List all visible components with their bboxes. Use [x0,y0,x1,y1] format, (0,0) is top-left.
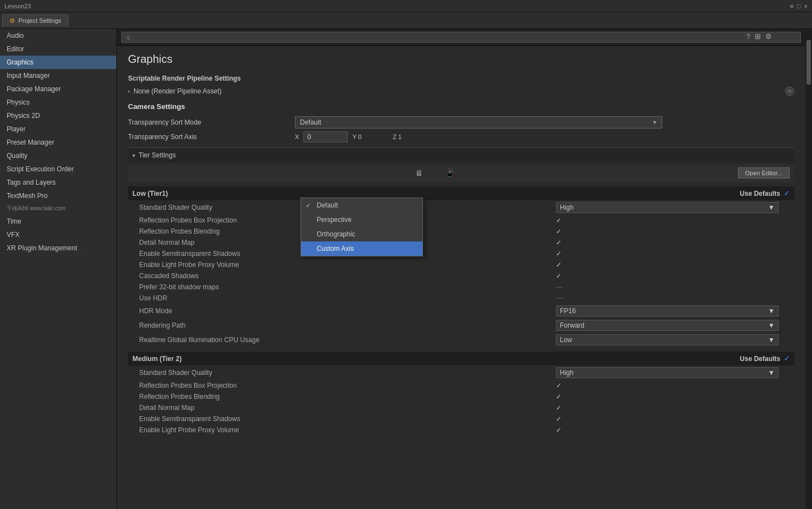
sidebar-item-physics2d[interactable]: Physics 2D [0,109,116,122]
medium-light-probe-check-icon: ✓ [556,426,562,434]
project-settings-tab[interactable]: ⚙ Project Settings [2,14,68,27]
tier-medium-detail-normal-label: Detail Normal Map [139,404,556,412]
main-layout: Audio Editor Graphics Input Manager Pack… [0,29,812,509]
dropdown-item-perspective[interactable]: Perspective [301,213,422,227]
transparency-sort-mode-dropdown[interactable]: Default ▼ [295,116,662,129]
shader-quality-arrow-icon: ▼ [768,204,775,211]
shader-quality-dropdown[interactable]: High ▼ [556,202,779,213]
layout-icon[interactable]: ⊞ [755,32,761,41]
transparency-sort-axis-row: Transparency Sort Axis X Y 0 Z 1 Default [128,131,794,143]
open-editor-button[interactable]: Open Editor... [738,167,790,179]
sidebar-item-tags-layers[interactable]: Tags and Layers [0,176,116,189]
tier-low-row-reflection-blending: Reflection Probes Blending ✓ [128,226,794,237]
dropdown-item-custom-axis-label: Custom Axis [317,245,354,253]
tier-medium-row-detail-normal: Detail Normal Map ✓ [128,402,794,413]
hdr-mode-selected: FP16 [560,307,576,315]
tier-low-row-light-probe: Enable Light Probe Proxy Volume ✓ [128,259,794,270]
tier-low-hdr-mode-label: HDR Mode [139,307,556,315]
rendering-path-dropdown[interactable]: Forward ▼ [556,320,779,331]
use-defaults-check-icon[interactable]: ✓ [784,189,790,197]
tier-low-row-detail-normal: Detail Normal Map ✓ [128,237,794,248]
medium-shader-quality-dropdown[interactable]: High ▼ [556,367,779,378]
rendering-path-selected: Forward [560,322,584,329]
tier-medium-detail-normal-value: ✓ [556,404,790,412]
tab-label: Project Settings [18,17,61,24]
minimize-icon[interactable]: ≡ [790,3,793,9]
sidebar-item-xr-plugin[interactable]: XR Plugin Management [0,241,116,255]
sidebar-item-graphics[interactable]: Graphics [0,56,116,69]
tier-low-hdr-mode-value: FP16 ▼ [556,305,790,317]
help-icon[interactable]: ? [746,32,750,41]
shader-quality-selected: High [560,204,574,211]
close-icon[interactable]: × [804,3,808,9]
dropdown-item-custom-axis[interactable]: Custom Axis [301,241,422,256]
tier-low-row-shader-quality: Standard Shader Quality High ▼ [128,200,794,215]
sidebar-item-textmesh-pro[interactable]: TextMesh Pro [0,189,116,202]
tab-bar: ⚙ Project Settings [0,12,812,29]
tier-low-row-use-hdr: Use HDR — [128,293,794,304]
tier-low-rendering-path-label: Rendering Path [139,322,556,329]
tier-medium-row-shader-quality: Standard Shader Quality High ▼ [128,365,794,380]
dropdown-item-default[interactable]: Default [301,198,422,213]
detail-normal-check-icon: ✓ [556,239,562,246]
tier-low-row-prefer32: Prefer 32-bit shadow maps — [128,281,794,293]
sidebar-item-quality[interactable]: Quality [0,149,116,162]
light-probe-check-icon: ✓ [556,261,562,269]
axis-inputs: X Y 0 Z 1 [295,131,794,142]
search-input[interactable] [121,32,801,43]
sidebar-item-vfx[interactable]: VFX [0,228,116,241]
medium-reflection-blending-check-icon: ✓ [556,393,562,401]
tier-low-cascaded-label: Cascaded Shadows [139,272,556,280]
sidebar-item-physics[interactable]: Physics [0,96,116,109]
tier-settings-label: Tier Settings [139,151,176,159]
dropdown-item-orthographic[interactable]: Orthographic [301,227,422,241]
settings-icon[interactable]: ⚙ [765,32,772,41]
transparency-sort-mode-row: Transparency Sort Mode Default ▼ [128,116,794,129]
search-bar: ? ⊞ ⚙ [117,29,805,46]
sidebar-item-editor[interactable]: Editor [0,42,116,56]
camera-settings-label: Camera Settings [128,102,794,111]
sidebar-item-preset-manager[interactable]: Preset Manager [0,136,116,149]
maximize-icon[interactable]: □ [797,3,801,9]
tier-medium-row-reflection-blending: Reflection Probes Blending ✓ [128,391,794,402]
tier-collapse-arrow-icon[interactable]: ▾ [132,152,135,159]
tier-medium-reflection-blending-value: ✓ [556,393,790,401]
asset-settings-btn[interactable]: ⊙ [785,87,794,96]
tier-medium-light-probe-value: ✓ [556,426,790,434]
tier-low-light-probe-label: Enable Light Probe Proxy Volume [139,261,556,269]
sidebar-item-package-manager[interactable]: Package Manager [0,82,116,96]
hdr-mode-dropdown[interactable]: FP16 ▼ [556,305,779,317]
tier-medium-shader-quality-value: High ▼ [556,367,790,378]
hdr-mode-arrow-icon: ▼ [768,307,775,315]
content-body: Graphics Scriptable Render Pipeline Sett… [117,46,805,442]
monitor-icon: 🖥 [415,169,423,177]
transparency-sort-axis-label: Transparency Sort Axis [128,133,295,141]
sidebar-item-player[interactable]: Player [0,122,116,136]
scrollbar-thumb[interactable] [806,40,811,85]
tier-medium-reflection-blending-label: Reflection Probes Blending [139,393,556,401]
use-defaults-medium-check-icon[interactable]: ✓ [784,354,790,363]
sidebar-item-audio[interactable]: Audio [0,29,116,42]
watermark: 千殊AiNI www.taikr.com [0,202,116,215]
tier-medium-reflection-box-label: Reflection Probes Box Projection [139,382,556,389]
vertical-scrollbar[interactable] [805,29,812,509]
dropdown-item-orthographic-label: Orthographic [317,230,355,238]
tier-low-header: Low (Tier1) Use Defaults ✓ [128,186,794,200]
medium-shader-quality-arrow-icon: ▼ [768,369,775,377]
rendering-path-arrow-icon: ▼ [768,322,775,329]
tier-low-shader-quality-value: High ▼ [556,202,790,213]
x-axis-input[interactable] [303,131,348,142]
tier-low-detail-normal-value: ✓ [556,239,790,246]
medium-shader-quality-selected: High [560,369,574,377]
tier-low-prefer32-value: — [556,283,790,291]
sidebar-item-time[interactable]: Time [0,215,116,228]
sidebar-item-input-manager[interactable]: Input Manager [0,69,116,82]
asset-name: None (Render Pipeline Asset) [134,87,222,95]
dropdown-item-perspective-label: Perspective [317,216,352,224]
dropdown-arrow-icon: ▼ [652,120,657,125]
scriptable-render-label: Scriptable Render Pipeline Settings [128,75,794,82]
gi-cpu-dropdown[interactable]: Low ▼ [556,334,779,345]
medium-detail-normal-check-icon: ✓ [556,404,562,412]
sidebar-item-script-execution[interactable]: Script Execution Order [0,162,116,176]
tier-low-row-reflection-box: Reflection Probes Box Projection ✓ [128,215,794,226]
